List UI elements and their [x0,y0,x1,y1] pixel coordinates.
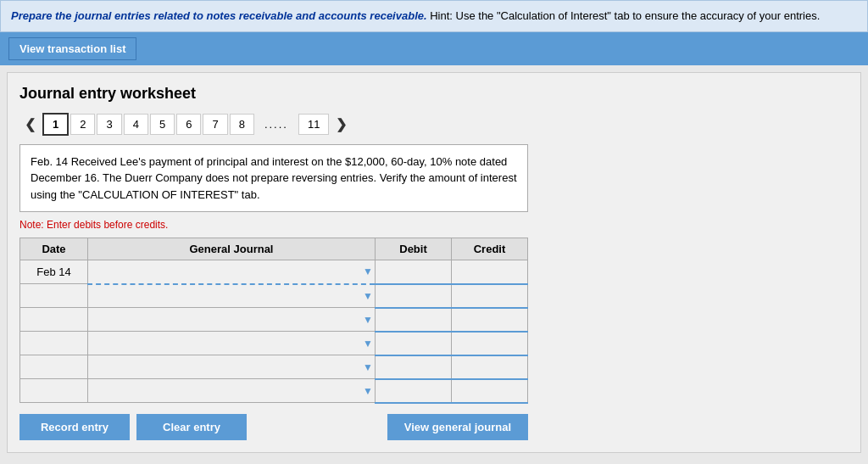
tab-7[interactable]: 7 [203,114,227,135]
debit-input-3[interactable] [376,309,451,331]
journal-cell-6[interactable]: ▼ [88,379,376,403]
debit-input-4[interactable] [376,333,451,355]
date-cell-2 [20,284,88,308]
debit-cell-4[interactable] [376,332,452,355]
journal-input-2[interactable] [88,285,375,308]
date-cell-6 [20,379,88,403]
prev-tab-button[interactable]: ❮ [19,113,41,136]
banner-hint-text: Hint: Use the "Calculation of Interest" … [427,9,821,22]
header-debit: Debit [376,238,452,260]
journal-cell-4[interactable]: ▼ [88,332,376,355]
debit-cell-1[interactable] [376,260,452,284]
view-general-journal-button[interactable]: View general journal [387,414,528,440]
worksheet-title: Journal entry worksheet [19,85,849,103]
journal-cell-5[interactable]: ▼ [88,355,376,379]
debit-input-2[interactable] [376,285,451,307]
journal-cell-1[interactable]: ▼ [88,260,376,284]
credit-input-4[interactable] [452,333,527,355]
table-row: ▼ [20,308,528,332]
journal-input-1[interactable] [88,260,375,283]
debit-cell-2[interactable] [376,284,452,308]
journal-input-5[interactable] [88,355,375,378]
header-general-journal: General Journal [88,238,376,260]
tab-6[interactable]: 6 [176,114,201,135]
date-cell-5 [20,355,88,379]
credit-cell-5[interactable] [452,355,528,379]
debit-input-5[interactable] [376,356,451,378]
tabs-navigation: ❮ 1 2 3 4 5 6 7 8 ..... 11 ❯ [19,113,849,136]
tab-1[interactable]: 1 [42,113,69,136]
tab-4[interactable]: 4 [124,114,148,135]
credit-cell-3[interactable] [452,308,528,332]
tab-11[interactable]: 11 [298,114,329,135]
credit-input-6[interactable] [452,380,527,402]
header-credit: Credit [452,238,528,260]
action-buttons: Record entry Clear entry View general jo… [19,414,528,440]
credit-cell-1[interactable] [452,260,528,284]
journal-input-3[interactable] [88,308,375,331]
journal-input-4[interactable] [88,332,375,355]
credit-input-3[interactable] [452,309,527,331]
journal-input-6[interactable] [88,379,375,402]
credit-cell-6[interactable] [452,379,528,403]
debit-input-1[interactable] [376,260,451,283]
scenario-description: Feb. 14 Received Lee's payment of princi… [19,144,528,213]
header-date: Date [20,238,88,260]
table-row: ▼ [20,379,528,403]
tab-3[interactable]: 3 [97,114,121,135]
note-text: Note: Enter debits before credits. [19,219,849,231]
debit-cell-6[interactable] [376,379,452,403]
debit-cell-3[interactable] [376,308,452,332]
table-row: ▼ [20,332,528,355]
journal-cell-2[interactable]: ▼ [88,284,376,308]
date-cell-1: Feb 14 [20,260,88,284]
instruction-banner: Prepare the journal entries related to n… [0,0,868,32]
debit-cell-5[interactable] [376,355,452,379]
next-tab-button[interactable]: ❯ [331,113,352,136]
button-bar: View transaction list [0,32,868,65]
view-transaction-button[interactable]: View transaction list [8,37,136,60]
credit-cell-4[interactable] [452,332,528,355]
credit-input-2[interactable] [452,285,527,307]
credit-input-1[interactable] [452,260,527,283]
tab-5[interactable]: 5 [150,114,175,135]
tab-8[interactable]: 8 [230,114,254,135]
journal-cell-3[interactable]: ▼ [88,308,376,332]
table-row: ▼ [20,355,528,379]
scenario-text: Feb. 14 Received Lee's payment of princi… [31,155,517,201]
journal-table: Date General Journal Debit Credit Feb 14… [19,238,528,404]
clear-entry-button[interactable]: Clear entry [136,414,247,440]
credit-cell-2[interactable] [452,284,528,308]
table-row: ▼ [20,284,528,308]
date-cell-3 [20,308,88,332]
banner-italic-text: Prepare the journal entries related to n… [11,9,427,22]
main-content: Journal entry worksheet ❮ 1 2 3 4 5 6 7 … [7,72,861,453]
credit-input-5[interactable] [452,356,527,378]
date-cell-4 [20,332,88,355]
debit-input-6[interactable] [376,380,451,402]
table-row: Feb 14 ▼ [20,260,528,284]
tab-dots: ..... [256,115,297,134]
tab-2[interactable]: 2 [70,114,95,135]
record-entry-button[interactable]: Record entry [19,414,130,440]
